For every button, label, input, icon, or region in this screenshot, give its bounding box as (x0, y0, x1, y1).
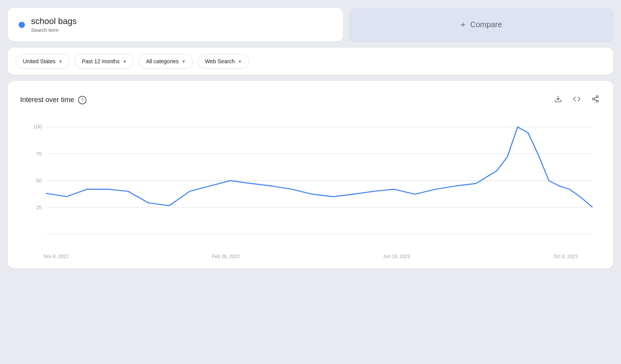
timeframe-chevron-icon: ▼ (123, 59, 127, 64)
category-filter-label: All categories (146, 58, 179, 64)
svg-text:50: 50 (36, 178, 42, 184)
location-filter-label: United States (23, 58, 56, 64)
searchtype-chevron-icon: ▼ (238, 59, 242, 64)
svg-text:75: 75 (36, 151, 42, 157)
x-axis-labels: Nov 6, 2022 Feb 26, 2023 Jun 18, 2023 Oc… (20, 251, 601, 259)
search-dot (19, 22, 25, 28)
x-label-0: Nov 6, 2022 (43, 254, 69, 259)
category-filter[interactable]: All categories ▼ (139, 54, 193, 69)
share-button[interactable] (590, 94, 601, 106)
timeframe-filter[interactable]: Past 12 months ▼ (75, 54, 134, 69)
chart-svg: 100 75 50 25 (20, 119, 601, 251)
searchtype-filter[interactable]: Web Search ▼ (198, 54, 249, 69)
svg-line-5 (594, 97, 597, 98)
help-icon[interactable]: ? (78, 96, 87, 104)
search-info: school bags Search term (31, 16, 76, 33)
searchtype-filter-label: Web Search (205, 58, 235, 64)
timeframe-filter-label: Past 12 months (82, 58, 120, 64)
x-label-1: Feb 26, 2023 (212, 254, 239, 259)
download-button[interactable] (553, 94, 564, 106)
search-term-text: school bags (31, 16, 76, 26)
x-label-3: Oct 8, 2023 (553, 254, 578, 259)
chart-title: Interest over time (20, 96, 74, 104)
search-term-card: school bags Search term (8, 8, 343, 42)
svg-text:100: 100 (33, 124, 42, 130)
embed-button[interactable] (571, 94, 582, 106)
svg-line-4 (594, 99, 597, 101)
filter-bar: United States ▼ Past 12 months ▼ All cat… (8, 48, 613, 75)
compare-plus-icon: + (460, 20, 465, 30)
trend-line (46, 127, 592, 207)
interest-over-time-card: Interest over time ? (8, 81, 613, 269)
svg-text:25: 25 (36, 205, 42, 210)
chart-title-row: Interest over time ? (20, 96, 87, 104)
location-chevron-icon: ▼ (59, 59, 62, 64)
chart-actions (553, 94, 601, 106)
category-chevron-icon: ▼ (182, 59, 186, 64)
search-type-label: Search term (31, 27, 76, 33)
compare-card[interactable]: + Compare (349, 8, 613, 42)
chart-area: 100 75 50 25 (20, 119, 601, 251)
location-filter[interactable]: United States ▼ (16, 54, 70, 69)
compare-label: Compare (470, 20, 502, 29)
x-label-2: Jun 18, 2023 (383, 254, 410, 259)
chart-header: Interest over time ? (20, 94, 601, 106)
